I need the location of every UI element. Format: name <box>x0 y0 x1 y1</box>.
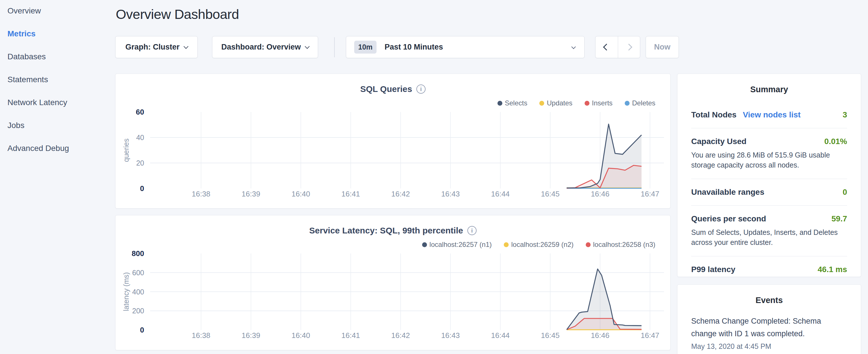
legend-item: Selects <box>497 99 528 107</box>
sidebar-item-overview[interactable]: Overview <box>7 0 111 22</box>
sql-queries-chart-card: SQL Queries i SelectsUpdatesInsertsDelet… <box>115 74 671 208</box>
summary-row: Queries per second59.7Sum of Selects, Up… <box>691 205 847 256</box>
graph-dropdown-label: Graph: Cluster <box>125 43 179 52</box>
summary-row-value: 0.01% <box>825 137 847 146</box>
legend-item: localhost:26259 (n2) <box>504 240 574 249</box>
db-console-app: OverviewMetricsDatabasesStatementsNetwor… <box>0 0 868 354</box>
legend-item: Deletes <box>625 99 655 107</box>
svg-text:16:41: 16:41 <box>341 331 360 340</box>
svg-text:16:38: 16:38 <box>192 331 210 340</box>
summary-row: P99 latency46.1 ms <box>691 256 847 277</box>
legend-dot-icon <box>539 101 544 106</box>
svg-text:40: 40 <box>136 133 144 141</box>
toolbar-divider <box>334 37 335 57</box>
summary-row-value: 46.1 ms <box>817 265 847 274</box>
info-icon[interactable]: i <box>467 226 476 235</box>
svg-text:16:38: 16:38 <box>192 190 210 198</box>
legend-label: Updates <box>547 99 572 107</box>
legend-label: localhost:26258 (n3) <box>593 240 655 249</box>
svg-text:0: 0 <box>140 184 144 193</box>
event-timestamp: May 13, 2020 at 4:45 PM <box>691 342 847 351</box>
chart-title: Service Latency: SQL, 99th percentile <box>309 226 463 235</box>
sidebar-item-databases[interactable]: Databases <box>7 45 111 68</box>
event-item[interactable]: Schema Change Completed: Schema change w… <box>691 315 847 351</box>
sidebar-nav: OverviewMetricsDatabasesStatementsNetwor… <box>7 0 111 160</box>
summary-row-description: Sum of Selects, Updates, Inserts, and De… <box>691 227 847 248</box>
legend-dot-icon <box>504 242 509 247</box>
info-icon[interactable]: i <box>416 85 426 94</box>
chevron-down-icon <box>571 45 576 49</box>
time-prev-button[interactable] <box>595 36 618 58</box>
svg-text:16:39: 16:39 <box>242 190 260 198</box>
legend-dot-icon <box>586 242 591 247</box>
now-button-label: Now <box>654 43 671 52</box>
legend-item: Updates <box>539 99 572 107</box>
svg-text:16:39: 16:39 <box>242 331 260 340</box>
chart-legend: SelectsUpdatesInsertsDeletes <box>497 99 656 107</box>
summary-row-value: 0 <box>842 188 847 197</box>
svg-text:60: 60 <box>136 108 144 116</box>
chevron-right-icon <box>626 43 632 51</box>
view-nodes-list-link[interactable]: View nodes list <box>743 110 801 120</box>
time-next-button[interactable] <box>618 36 640 58</box>
summary-row-label: Queries per second <box>691 214 766 223</box>
summary-title: Summary <box>691 74 847 94</box>
svg-text:16:42: 16:42 <box>391 190 410 198</box>
sidebar-item-metrics[interactable]: Metrics <box>7 22 111 45</box>
legend-dot-icon <box>422 242 427 247</box>
summary-row-label: Total Nodes <box>691 110 737 120</box>
svg-text:16:44: 16:44 <box>491 331 509 340</box>
time-range-badge: 10m <box>354 41 376 54</box>
sidebar-item-statements[interactable]: Statements <box>7 68 111 91</box>
time-step-group <box>595 36 640 58</box>
legend-item: localhost:26257 (n1) <box>422 240 492 249</box>
chevron-down-icon <box>305 44 309 49</box>
svg-text:20: 20 <box>136 159 144 167</box>
legend-dot-icon <box>497 101 502 106</box>
legend-label: localhost:26259 (n2) <box>511 240 574 249</box>
now-button[interactable]: Now <box>646 36 679 58</box>
graph-dropdown[interactable]: Graph: Cluster <box>115 36 198 58</box>
summary-panel: Summary Total NodesView nodes list3Capac… <box>677 74 861 277</box>
chevron-left-icon <box>603 43 610 51</box>
summary-row-value: 59.7 <box>832 214 847 223</box>
svg-text:16:46: 16:46 <box>591 331 610 340</box>
time-range-label: Past 10 Minutes <box>384 43 443 52</box>
chart-legend: localhost:26257 (n1)localhost:26259 (n2)… <box>422 240 655 249</box>
summary-row: Unavailable ranges0 <box>691 179 847 205</box>
svg-text:16:42: 16:42 <box>391 331 410 340</box>
svg-text:16:47: 16:47 <box>641 331 659 340</box>
summary-row-value: 3 <box>842 110 847 120</box>
legend-item: localhost:26258 (n3) <box>586 240 655 249</box>
svg-text:16:45: 16:45 <box>541 190 560 198</box>
chevron-down-icon <box>183 44 188 49</box>
time-range-selector[interactable]: 10m Past 10 Minutes <box>346 36 585 58</box>
svg-text:16:40: 16:40 <box>291 190 310 198</box>
svg-text:latency (ms): latency (ms) <box>122 272 130 311</box>
legend-label: Selects <box>505 99 528 107</box>
legend-label: Inserts <box>592 99 613 107</box>
svg-text:16:40: 16:40 <box>291 331 310 340</box>
summary-row-description: You are using 28.6 MiB of 515.9 GiB usab… <box>691 150 847 170</box>
summary-rows: Total NodesView nodes list3Capacity Used… <box>691 102 847 277</box>
sidebar-item-network-latency[interactable]: Network Latency <box>7 91 111 114</box>
summary-row: Capacity Used0.01%You are using 28.6 MiB… <box>691 128 847 179</box>
page-title: Overview Dashboard <box>116 6 239 22</box>
legend-dot-icon <box>585 101 589 106</box>
svg-text:16:44: 16:44 <box>491 190 509 198</box>
sidebar-item-jobs[interactable]: Jobs <box>7 114 111 137</box>
svg-text:400: 400 <box>132 288 144 296</box>
svg-text:16:41: 16:41 <box>341 190 360 198</box>
dashboard-dropdown[interactable]: Dashboard: Overview <box>212 36 318 58</box>
svg-text:16:43: 16:43 <box>441 190 460 198</box>
sidebar-item-advanced-debug[interactable]: Advanced Debug <box>7 137 111 160</box>
service-latency-chart-card: Service Latency: SQL, 99th percentile i … <box>115 215 671 350</box>
svg-text:0: 0 <box>140 326 144 334</box>
legend-label: localhost:26257 (n1) <box>430 240 492 249</box>
svg-text:16:47: 16:47 <box>641 190 659 198</box>
summary-row-label: P99 latency <box>691 265 735 274</box>
events-list: Schema Change Completed: Schema change w… <box>691 315 847 351</box>
summary-row-label: Unavailable ranges <box>691 188 764 197</box>
events-title: Events <box>691 285 847 305</box>
event-text: Schema Change Completed: Schema change w… <box>691 315 847 340</box>
